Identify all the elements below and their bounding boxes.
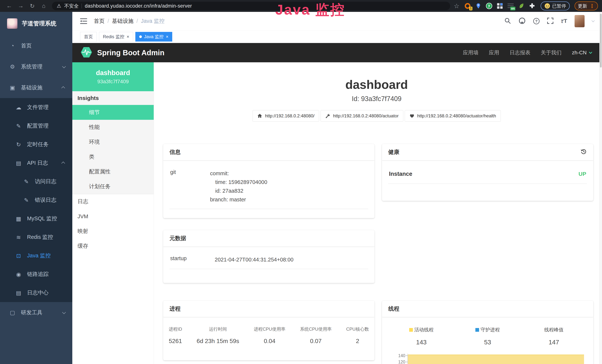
- github-icon[interactable]: [518, 17, 526, 25]
- sidebar-item-home[interactable]: ◔ 首页: [0, 35, 72, 56]
- extension-orange-ring-icon[interactable]: 1: [463, 2, 472, 10]
- sidebar-item-file-management[interactable]: ☁ 文件管理: [0, 98, 72, 117]
- sidebar-item-java-monitor[interactable]: ⊡ Java 监控: [0, 246, 72, 265]
- sidebar-item-label: 访问日志: [35, 178, 56, 185]
- close-icon[interactable]: ×: [166, 34, 168, 39]
- sba-nav-about[interactable]: 关于我们: [541, 49, 562, 56]
- sidebar-item-access-logs[interactable]: ✎ 访问日志: [0, 172, 72, 191]
- eye-icon: ◉: [14, 271, 23, 278]
- y-tick-140: 140: [393, 353, 405, 358]
- tab-home[interactable]: 首页: [80, 32, 97, 42]
- browser-menu-kebab-icon[interactable]: ⋮: [589, 3, 595, 9]
- sidebar-item-dev-tools[interactable]: ▢ 研发工具: [0, 302, 72, 323]
- home-icon: [257, 113, 262, 118]
- help-icon[interactable]: ?: [533, 18, 539, 24]
- service-url-button[interactable]: http://192.168.0.2:48080/: [253, 110, 319, 122]
- card-title: 线程: [388, 305, 399, 313]
- tab-redis-monitor[interactable]: Redis 监控 ×: [99, 32, 133, 42]
- sidebar-item-scheduled-tasks[interactable]: ↻ 定时任务: [0, 135, 72, 154]
- sba-menu-logs[interactable]: 日志: [72, 194, 154, 209]
- health-row-instance[interactable]: Instance UP: [388, 162, 587, 184]
- sba-menu-caches[interactable]: 缓存: [72, 239, 154, 254]
- sba-locale-select[interactable]: zh-CN: [572, 50, 591, 56]
- sidebar-item-error-logs[interactable]: ✎ 错误日志: [0, 191, 72, 209]
- tab-java-monitor[interactable]: Java 监控 ×: [135, 32, 172, 42]
- scrollbar-thumb[interactable]: [600, 14, 602, 67]
- browser-reload-icon[interactable]: ↻: [27, 1, 37, 11]
- sba-menu-environment[interactable]: 环境: [72, 135, 154, 150]
- sba-menu-mappings[interactable]: 映射: [72, 224, 154, 239]
- browser-forward-icon[interactable]: →: [16, 1, 26, 11]
- process-table: 进程ID 5261 运行时间 6d 23h 15m 59s 进程CPU使用率 0…: [163, 317, 375, 344]
- sidebar-collapse-icon[interactable]: [80, 18, 87, 24]
- extension-leaf-icon[interactable]: [517, 2, 526, 10]
- sba-menu-scheduled[interactable]: 计划任务: [72, 179, 154, 194]
- fullscreen-icon[interactable]: [547, 17, 554, 25]
- sidebar-item-system-management[interactable]: ⚙ 系统管理: [0, 56, 72, 77]
- chevron-down-icon: [589, 50, 592, 54]
- user-menu-caret-icon[interactable]: [592, 19, 595, 22]
- info-row-git: git commit: time: 1596289704000 id: 27aa…: [170, 162, 368, 209]
- sba-menu-config-props[interactable]: 配置属性: [72, 164, 154, 179]
- app-logo-row[interactable]: 芋道管理系统: [0, 12, 72, 35]
- sba-menu-classes[interactable]: 类: [72, 150, 154, 164]
- card-title: 信息: [170, 148, 181, 156]
- browser-back-icon[interactable]: ←: [4, 1, 14, 11]
- search-icon[interactable]: [504, 17, 511, 25]
- edit-icon: ✎: [14, 123, 23, 129]
- sba-menu-metrics[interactable]: 性能: [72, 120, 154, 135]
- git-branch-line: branch: master: [210, 195, 367, 204]
- font-size-icon[interactable]: 𝜏T: [561, 18, 567, 24]
- profile-paused-chip[interactable]: 已暂停: [541, 1, 570, 11]
- monitor-icon: ▣: [8, 84, 17, 91]
- card-health-header: 健康: [382, 144, 593, 161]
- extension-on-badge: on: [510, 7, 516, 11]
- actuator-url: http://192.168.0.2:48080/actuator: [333, 113, 399, 118]
- sba-sidebar: dashboard 93a3fc7f7409 Insights 细节 性能 环境…: [72, 62, 154, 364]
- extension-y-circle-icon[interactable]: y: [485, 2, 493, 10]
- sidebar-item-infrastructure[interactable]: ▣ 基础设施: [0, 77, 72, 98]
- browser-home-icon[interactable]: ⌂: [39, 1, 49, 11]
- sba-logo-icon[interactable]: [80, 46, 92, 59]
- sidebar-item-tracing[interactable]: ◉ 链路追踪: [0, 265, 72, 284]
- health-url-button[interactable]: http://192.168.0.2:48080/actuator/health: [405, 110, 501, 122]
- history-icon[interactable]: [580, 148, 587, 156]
- sba-brand-title[interactable]: Spring Boot Admin: [97, 49, 164, 57]
- sba-nav-applications[interactable]: 应用: [489, 49, 499, 56]
- page-annotation: Java 监控: [275, 0, 345, 20]
- breadcrumb-infrastructure[interactable]: 基础设施: [112, 17, 133, 25]
- sba-nav-journal[interactable]: 日志报表: [510, 49, 530, 56]
- extension-pin-icon[interactable]: [474, 2, 483, 10]
- sidebar-item-config-management[interactable]: ✎ 配置管理: [0, 117, 72, 135]
- legend-label: 守护进程: [481, 327, 500, 333]
- user-avatar[interactable]: [575, 15, 585, 27]
- address-bar[interactable]: ⚠ 不安全 dashboard.yudao.iocoder.cn/infra/a…: [52, 2, 450, 10]
- sidebar-item-log-center[interactable]: ▤ 日志中心: [0, 284, 72, 302]
- sidebar-item-label: 系统管理: [21, 63, 43, 70]
- close-icon[interactable]: ×: [127, 34, 129, 39]
- breadcrumb-home[interactable]: 首页: [94, 17, 105, 25]
- not-secure-label: 不安全: [64, 3, 79, 9]
- card-title: 进程: [170, 305, 181, 313]
- pen-doc-icon: ✎: [22, 178, 30, 185]
- sidebar-item-redis-monitor[interactable]: ≋ Redis 监控: [0, 228, 72, 246]
- extension-list-on-icon[interactable]: on: [506, 2, 515, 10]
- sidebar-item-api-logs[interactable]: ▤ API 日志: [0, 154, 72, 172]
- page-scrollbar[interactable]: [599, 12, 602, 364]
- bookmark-star-icon[interactable]: ☆: [454, 2, 459, 10]
- card-threads-body: 活动线程 143 守护进程 53 线程峰值: [382, 317, 593, 364]
- extensions-puzzle-icon[interactable]: [528, 2, 536, 10]
- browser-update-button[interactable]: 更新 ⋮: [575, 1, 598, 11]
- sidebar-item-mysql-monitor[interactable]: ▦ MySQL 监控: [0, 209, 72, 228]
- sba-nav-wallboard[interactable]: 应用墙: [463, 49, 479, 56]
- sba-menu-jvm[interactable]: JVM: [72, 209, 154, 224]
- extension-grid-icon[interactable]: [496, 2, 504, 10]
- tags-view: 首页 Redis 监控 × Java 监控 ×: [72, 30, 602, 43]
- layers-icon: ≋: [14, 234, 23, 240]
- url-text[interactable]: dashboard.yudao.iocoder.cn/infra/admin-s…: [85, 3, 192, 9]
- extension-y-letter: y: [488, 3, 490, 8]
- legend-value: 143: [388, 339, 454, 346]
- sba-instance-header[interactable]: dashboard 93a3fc7f7409: [72, 62, 154, 91]
- actuator-url-button[interactable]: http://192.168.0.2:48080/actuator: [321, 110, 403, 122]
- sba-menu-details[interactable]: 细节: [72, 105, 154, 120]
